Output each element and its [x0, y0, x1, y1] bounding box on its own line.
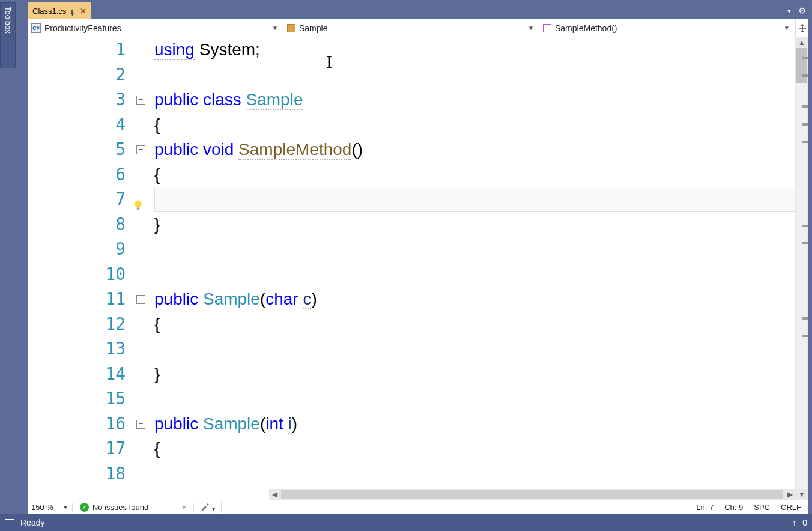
scroll-left-icon[interactable]: ◀ [269, 490, 280, 499]
code-line[interactable]: } [154, 362, 808, 387]
issues-text: No issues found [92, 503, 148, 512]
split-window-button[interactable] [795, 19, 808, 37]
indent-mode[interactable]: SPC [754, 503, 770, 512]
svg-point-0 [135, 201, 141, 207]
line-number: 9 [28, 237, 126, 262]
navigation-bar: C# ProductivityFeatures ▼ Sample ▼ Sampl… [28, 19, 808, 37]
check-circle-icon: ✓ [80, 503, 89, 512]
line-number: 6 [28, 162, 126, 187]
line-number: 3 [28, 87, 126, 112]
code-line[interactable] [154, 262, 808, 287]
issues-indicator[interactable]: ✓ No issues found ▾ [73, 503, 194, 512]
toolbox-panel-tab[interactable]: Toolbox [0, 2, 16, 68]
line-number: 10 [28, 262, 126, 287]
editor-info-bar: 150 % ▼ ✓ No issues found ▾ ▾ Ln: 7 Ch: … [28, 500, 808, 514]
code-line[interactable]: public void SampleMethod() [154, 137, 808, 162]
pin-icon[interactable] [70, 8, 75, 14]
line-ending-mode[interactable]: CRLF [781, 503, 801, 512]
toolbox-label: Toolbox [4, 7, 13, 34]
code-line[interactable]: public Sample(int i) [154, 411, 808, 437]
chevron-down-icon: ▼ [783, 25, 791, 31]
line-number: 8 [28, 212, 126, 237]
code-line[interactable]: { [154, 312, 808, 337]
code-line[interactable]: using System; [154, 37, 808, 62]
outlining-margin[interactable]: −−−− [133, 37, 154, 500]
nav-project-dropdown[interactable]: C# ProductivityFeatures ▼ [28, 19, 283, 37]
scrollbar-markers [801, 48, 808, 489]
fold-toggle[interactable]: − [136, 420, 145, 429]
chevron-down-icon: ▼ [271, 25, 279, 31]
status-text: Ready [20, 518, 44, 527]
fold-toggle[interactable]: − [136, 96, 145, 105]
code-editor[interactable]: 123456789101112131415161718 −−−− I using… [28, 37, 808, 500]
line-number: 18 [28, 461, 126, 487]
active-files-dropdown-icon[interactable]: ▼ [786, 8, 792, 14]
tab-well-buttons: ▼ ⚙ [786, 5, 812, 16]
nav-member-dropdown[interactable]: SampleMethod() ▼ [539, 19, 795, 37]
line-number: 1 [28, 37, 126, 62]
line-indicator[interactable]: Ln: 7 [696, 503, 714, 512]
tab-active[interactable]: Class1.cs ✕ [28, 2, 91, 19]
line-number: 2 [28, 62, 126, 88]
gear-icon[interactable]: ⚙ [798, 5, 806, 16]
line-number: 12 [28, 312, 126, 337]
code-line[interactable]: public Sample(char c) [154, 287, 808, 312]
code-line[interactable] [154, 386, 808, 411]
code-line[interactable]: { [154, 112, 808, 138]
window-layout-icon[interactable] [5, 519, 14, 526]
fold-toggle[interactable]: − [136, 295, 145, 304]
column-indicator[interactable]: Ch: 9 [724, 503, 743, 512]
code-surface[interactable]: I using System;public class Sample{ publ… [154, 37, 808, 500]
code-line[interactable]: public class Sample [154, 87, 808, 112]
nav-member-label: SampleMethod() [555, 23, 779, 33]
fold-toggle[interactable]: − [136, 145, 145, 154]
chevron-down-icon: ▼ [527, 25, 535, 31]
code-line[interactable]: { [154, 436, 808, 461]
text-cursor-icon: I [326, 52, 332, 72]
csharp-icon: C# [31, 23, 41, 33]
status-bar: Ready ↑ 0 [0, 514, 812, 531]
line-number: 15 [28, 386, 126, 411]
method-icon [543, 24, 551, 32]
nav-class-dropdown[interactable]: Sample ▼ [283, 19, 539, 37]
scroll-down-icon[interactable]: ▼ [795, 489, 808, 500]
zoom-value: 150 % [31, 503, 60, 512]
nav-project-label: ProductivityFeatures [44, 23, 267, 33]
line-number-gutter: 123456789101112131415161718 [28, 37, 133, 500]
lightbulb-icon[interactable] [133, 193, 144, 204]
document-tabs: Class1.cs ✕ ▼ ⚙ [0, 2, 812, 19]
class-icon [287, 24, 295, 32]
code-line[interactable]: { [154, 162, 808, 187]
line-number: 14 [28, 362, 126, 387]
code-line[interactable] [154, 187, 808, 212]
code-line[interactable] [154, 237, 808, 262]
line-number: 7 [28, 187, 126, 212]
code-line[interactable] [154, 336, 808, 362]
notification-count[interactable]: 0 [802, 518, 807, 527]
line-number: 11 [28, 287, 126, 312]
scroll-right-icon[interactable]: ▶ [784, 490, 795, 499]
line-number: 16 [28, 411, 126, 437]
code-line[interactable] [154, 461, 808, 487]
line-number: 13 [28, 336, 126, 362]
line-number: 4 [28, 112, 126, 138]
close-icon[interactable]: ✕ [80, 7, 86, 16]
horizontal-scrollbar[interactable]: ◀ ▶ [269, 489, 795, 500]
code-cleanup-button[interactable]: ▾ [194, 502, 222, 513]
chevron-down-icon: ▼ [62, 504, 68, 511]
code-line[interactable] [154, 62, 808, 88]
scroll-up-icon[interactable]: ▲ [795, 37, 808, 48]
line-number: 5 [28, 137, 126, 162]
zoom-selector[interactable]: 150 % ▼ [28, 503, 73, 512]
tab-filename: Class1.cs [32, 7, 66, 16]
publish-icon[interactable]: ↑ [792, 518, 796, 527]
svg-rect-1 [137, 207, 140, 209]
nav-class-label: Sample [299, 23, 523, 33]
code-line[interactable]: } [154, 212, 808, 237]
scroll-thumb[interactable] [281, 490, 783, 499]
line-number: 17 [28, 436, 126, 461]
vertical-scrollbar[interactable]: ▲ ▼ [795, 37, 808, 500]
